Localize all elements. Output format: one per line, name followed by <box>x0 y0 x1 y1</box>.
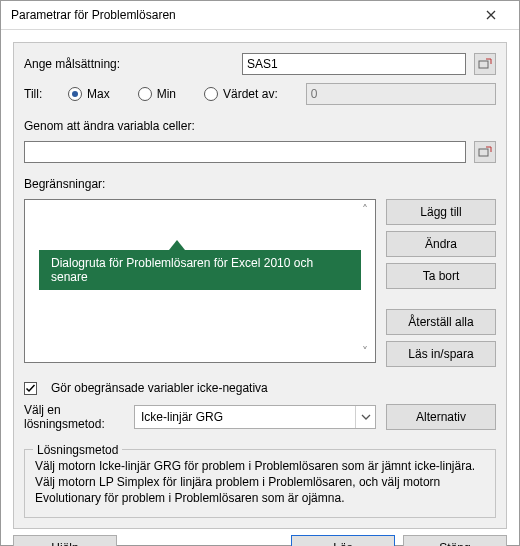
radio-max-indicator <box>68 87 82 101</box>
solve-button[interactable]: Lös <box>291 535 395 546</box>
unbounded-row: Gör obegränsade variabler icke-negativa <box>24 381 496 395</box>
constraints-left: ˄ ˅ Dialogruta för Problemlösaren för Ex… <box>24 199 376 363</box>
by-changing-row <box>24 141 496 163</box>
change-button[interactable]: Ändra <box>386 231 496 257</box>
constraints-buttons: Lägg till Ändra Ta bort Återställ alla L… <box>386 199 496 367</box>
range-picker-changing-button[interactable] <box>474 141 496 163</box>
reset-all-button[interactable]: Återställ alla <box>386 309 496 335</box>
svg-rect-0 <box>479 61 488 68</box>
unbounded-label: Gör obegränsade variabler icke-negativa <box>51 381 268 395</box>
inner-panel: Ange målsättning: SAS1 Till: Max <box>13 42 507 529</box>
scroll-up-icon: ˄ <box>357 202 373 218</box>
help-button[interactable]: Hjälp <box>13 535 117 546</box>
range-picker-objective-button[interactable] <box>474 53 496 75</box>
tooltip-text: Dialogruta för Problemlösaren för Excel … <box>39 250 361 290</box>
method-label-line1: Välj en <box>24 403 124 417</box>
method-label-line2: lösningsmetod: <box>24 417 124 431</box>
radio-min[interactable]: Min <box>138 87 176 101</box>
to-label: Till: <box>24 87 54 101</box>
radio-value-of-indicator <box>204 87 218 101</box>
close-button[interactable]: Stäng <box>403 535 507 546</box>
method-description-groupbox: Lösningsmetod Välj motorn Icke-linjär GR… <box>24 449 496 518</box>
objective-input[interactable]: SAS1 <box>242 53 466 75</box>
radio-value-of[interactable]: Värdet av: <box>204 87 278 101</box>
objective-row: Ange målsättning: SAS1 <box>24 53 496 75</box>
groupbox-title: Lösningsmetod <box>33 442 122 458</box>
add-button[interactable]: Lägg till <box>386 199 496 225</box>
radio-max[interactable]: Max <box>68 87 110 101</box>
method-row: Välj en lösningsmetod: Icke-linjär GRG A… <box>24 403 496 431</box>
scroll-down-icon: ˅ <box>357 344 373 360</box>
radio-value-of-label: Värdet av: <box>223 87 278 101</box>
constraints-label: Begränsningar: <box>24 177 496 191</box>
options-button[interactable]: Alternativ <box>386 404 496 430</box>
delete-button[interactable]: Ta bort <box>386 263 496 289</box>
by-changing-label: Genom att ändra variabla celler: <box>24 119 496 133</box>
method-label: Välj en lösningsmetod: <box>24 403 124 431</box>
constraints-area: ˄ ˅ Dialogruta för Problemlösaren för Ex… <box>24 199 496 367</box>
titlebar: Parametrar för Problemlösaren <box>1 1 519 30</box>
chevron-down-icon <box>355 406 375 428</box>
overlay-tooltip: Dialogruta för Problemlösaren för Excel … <box>39 240 361 290</box>
close-icon[interactable] <box>471 1 511 29</box>
by-changing-input[interactable] <box>24 141 466 163</box>
method-selected-value: Icke-linjär GRG <box>141 410 223 424</box>
radio-min-indicator <box>138 87 152 101</box>
method-select[interactable]: Icke-linjär GRG <box>134 405 376 429</box>
dialog-footer: Hjälp Lös Stäng <box>13 535 507 546</box>
window-title: Parametrar för Problemlösaren <box>11 8 471 22</box>
dialog-content: Ange målsättning: SAS1 Till: Max <box>1 30 519 546</box>
value-of-input[interactable]: 0 <box>306 83 496 105</box>
value-of-value: 0 <box>311 87 318 101</box>
svg-rect-1 <box>479 149 488 156</box>
radio-max-label: Max <box>87 87 110 101</box>
set-objective-label: Ange målsättning: <box>24 57 234 71</box>
tooltip-pointer-icon <box>169 240 185 250</box>
unbounded-checkbox[interactable] <box>24 382 37 395</box>
solver-parameters-dialog: Parametrar för Problemlösaren Ange målsä… <box>0 0 520 546</box>
groupbox-text: Välj motorn Icke-linjär GRG för problem … <box>35 458 485 507</box>
to-row: Till: Max Min Värdet av: 0 <box>24 83 496 105</box>
radio-min-label: Min <box>157 87 176 101</box>
load-save-button[interactable]: Läs in/spara <box>386 341 496 367</box>
objective-value: SAS1 <box>247 57 278 71</box>
constraints-listbox[interactable]: ˄ ˅ Dialogruta för Problemlösaren för Ex… <box>24 199 376 363</box>
